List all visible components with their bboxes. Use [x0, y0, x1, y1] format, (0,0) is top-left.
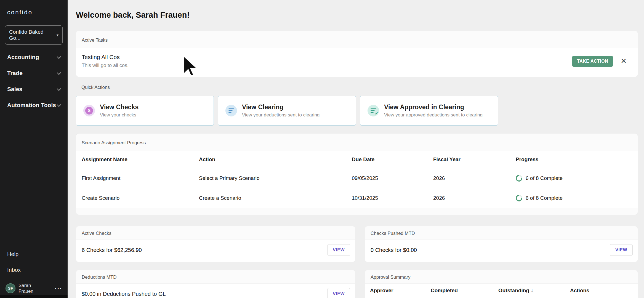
check-glyph: ✓: [375, 111, 378, 116]
org-selector-label: Confido Baked Go...: [9, 29, 55, 41]
quick-action-view-checks[interactable]: $ View Checks View your checks: [76, 96, 214, 126]
approval-summary-card: Approval Summary Approver Completed Outs…: [365, 270, 638, 298]
sidebar-item-help[interactable]: Help: [0, 251, 68, 257]
approval-summary-label: Approval Summary: [365, 270, 638, 283]
quick-action-text: View Approved in Clearing View your appr…: [384, 103, 483, 118]
task-title: Testing All Cos: [82, 54, 572, 60]
quick-action-view-clearing[interactable]: View Clearing View your deductions sent …: [218, 96, 356, 126]
chevron-down-icon: [57, 86, 61, 91]
summary-cards-grid: Active Checks 6 Checks for $62,256.90 VI…: [76, 226, 638, 298]
quick-action-subtitle: View your approved deductions sent to cl…: [384, 112, 483, 118]
col-due-date: Due Date: [352, 156, 433, 163]
table-row[interactable]: Create Scenario Create a Scenario 10/31/…: [76, 188, 638, 208]
user-last-name: Frauen: [18, 288, 53, 294]
nav-label: Sales: [7, 86, 22, 92]
checks-pushed-value: 0 Checks for $0.00: [371, 247, 417, 253]
active-checks-body: 6 Checks for $62,256.90 VIEW: [76, 240, 355, 262]
nav-label: Accounting: [7, 54, 39, 60]
task-info: Testing All Cos This will go to all cos.: [82, 54, 572, 68]
deductions-body: $0.00 in Deductions Pushed to GL VIEW: [76, 283, 355, 298]
org-selector-dropdown[interactable]: Confido Baked Go... ▾: [5, 25, 63, 45]
list-check-icon: ✓: [368, 105, 379, 116]
cell-assignment-name: First Assignment: [82, 175, 199, 181]
cell-progress: 6 of 8 Complete: [516, 175, 632, 182]
nav-label: Automation Tools: [7, 102, 56, 108]
deductions-value: $0.00 in Deductions Pushed to GL: [82, 291, 166, 297]
active-tasks-card: Active Tasks Testing All Cos This will g…: [76, 31, 638, 77]
deductions-view-button[interactable]: VIEW: [327, 288, 350, 298]
active-checks-value: 6 Checks for $62,256.90: [82, 247, 142, 253]
chevron-down-icon: [57, 54, 61, 59]
sidebar-nav: Accounting Trade Sales Automation Tools: [0, 49, 68, 113]
main-content: Welcome back, Sarah Frauen! Active Tasks…: [68, 0, 644, 298]
sidebar-item-trade[interactable]: Trade: [0, 65, 68, 81]
more-options-icon[interactable]: ⋯: [53, 286, 63, 291]
sidebar-item-automation-tools[interactable]: Automation Tools: [0, 97, 68, 113]
scenario-progress-label: Scenario Assignment Progress: [76, 134, 638, 151]
checks-pushed-card: Checks Pushed MTD 0 Checks for $0.00 VIE…: [365, 226, 638, 262]
progress-ring-icon: [514, 193, 524, 203]
col-assignment-name: Assignment Name: [82, 156, 199, 163]
confido-logo: confido: [0, 0, 68, 21]
col-outstanding-label: Outstanding: [498, 288, 529, 294]
list-lines-icon: [225, 105, 237, 116]
quick-action-text: View Clearing View your deductions sent …: [242, 103, 320, 118]
checks-pushed-label: Checks Pushed MTD: [365, 226, 638, 240]
chevron-down-icon: [57, 102, 61, 107]
sidebar-item-accounting[interactable]: Accounting: [0, 49, 68, 65]
user-first-name: Sarah: [18, 283, 53, 288]
col-outstanding-sortable[interactable]: Outstanding ↓: [498, 288, 570, 298]
cell-fiscal-year: 2026: [433, 175, 516, 181]
active-tasks-label: Active Tasks: [76, 31, 638, 48]
app-window: confido Confido Baked Go... ▾ Accounting…: [0, 0, 644, 298]
sidebar-footer: Help Inbox SF Sarah Frauen ⋯: [0, 251, 68, 298]
active-checks-view-button[interactable]: VIEW: [327, 244, 350, 256]
task-row: Testing All Cos This will go to all cos.…: [76, 48, 638, 77]
quick-action-subtitle: View your checks: [100, 112, 139, 118]
col-progress: Progress: [516, 156, 632, 163]
cell-action: Create a Scenario: [199, 195, 352, 201]
cell-action: Select a Primary Scenario: [199, 175, 352, 181]
user-profile-row[interactable]: SF Sarah Frauen ⋯: [0, 283, 68, 294]
table-header-row: Assignment Name Action Due Date Fiscal Y…: [76, 151, 638, 168]
progress-text: 6 of 8 Complete: [526, 175, 563, 181]
take-action-button[interactable]: TAKE ACTION: [572, 56, 613, 67]
progress-text: 6 of 8 Complete: [526, 195, 563, 201]
checks-pushed-view-button[interactable]: VIEW: [610, 244, 633, 256]
sidebar-item-sales[interactable]: Sales: [0, 81, 68, 97]
chevron-down-icon: [57, 70, 61, 75]
sidebar-item-inbox[interactable]: Inbox: [0, 267, 68, 273]
quick-action-text: View Checks View your checks: [100, 103, 139, 118]
task-subtitle: This will go to all cos.: [82, 63, 572, 68]
dollar-circle-icon: $: [83, 105, 95, 116]
avatar: SF: [6, 283, 15, 293]
user-name: Sarah Frauen: [18, 283, 53, 294]
quick-action-title: View Checks: [100, 103, 139, 111]
quick-action-view-approved-clearing[interactable]: ✓ View Approved in Clearing View your ap…: [360, 96, 498, 126]
approval-summary-header-row: Approver Completed Outstanding ↓ Actions: [365, 283, 638, 298]
sort-descending-icon: ↓: [531, 288, 534, 294]
cell-fiscal-year: 2026: [433, 195, 516, 201]
scenario-progress-card: Scenario Assignment Progress Assignment …: [76, 133, 638, 215]
cell-due-date: 09/05/2025: [352, 175, 433, 181]
checks-pushed-body: 0 Checks for $0.00 VIEW: [365, 240, 638, 262]
col-completed: Completed: [431, 288, 498, 298]
cell-assignment-name: Create Scenario: [82, 195, 199, 201]
quick-actions-label: Quick Actions: [81, 85, 638, 90]
sidebar-bottom-strip: [0, 295, 68, 298]
dollar-glyph: $: [85, 107, 93, 115]
close-icon[interactable]: ✕: [621, 57, 627, 65]
table-row[interactable]: First Assignment Select a Primary Scenar…: [76, 168, 638, 188]
deductions-card: Deductions MTD $0.00 in Deductions Pushe…: [76, 270, 355, 298]
progress-ring-icon: [514, 174, 524, 183]
page-title: Welcome back, Sarah Frauen!: [76, 10, 638, 20]
active-checks-card: Active Checks 6 Checks for $62,256.90 VI…: [76, 226, 355, 262]
active-checks-label: Active Checks: [76, 226, 355, 240]
col-action: Action: [199, 156, 352, 163]
cell-progress: 6 of 8 Complete: [516, 195, 632, 201]
col-fiscal-year: Fiscal Year: [433, 156, 516, 163]
cell-due-date: 10/31/2025: [352, 195, 433, 201]
nav-label: Trade: [7, 70, 23, 76]
quick-action-title: View Clearing: [242, 103, 320, 111]
quick-action-subtitle: View your deductions sent to clearing: [242, 112, 320, 118]
